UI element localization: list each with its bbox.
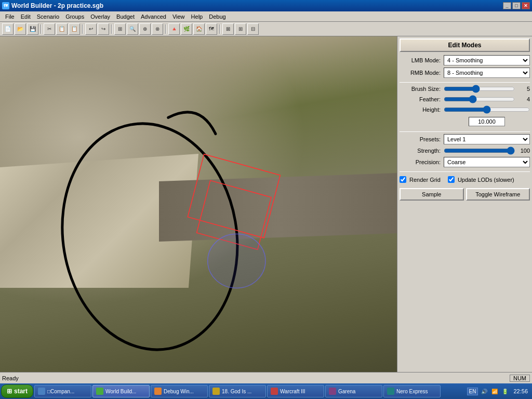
render-grid-label: Render Grid [409,177,441,183]
rmb-mode-control: 6 - Raise/Lower 7 - Flatten 8 - Smoothin… [444,68,530,78]
taskbar-item-garena[interactable]: Garena [325,385,382,397]
tb-save[interactable]: 💾 [27,23,38,35]
titlebar-title: World Builder - 2p practice.sgb [11,2,103,9]
viewport[interactable] [0,36,397,372]
menu-budget[interactable]: Budget [113,12,138,21]
tb-doodad[interactable]: 🌿 [181,23,192,35]
tray-icon-2: 📶 [490,387,499,395]
panel-title: Edit Modes [400,38,530,52]
tb-unit[interactable]: 🏠 [193,23,205,35]
statusbar: Ready NUM [0,372,532,383]
menu-help[interactable]: Help [188,12,206,21]
menu-file[interactable]: File [2,12,18,21]
titlebar: 🗺 World Builder - 2p practice.sgb _ □ ✕ [0,0,532,11]
feather-slider[interactable] [444,95,515,103]
tb-extra3[interactable]: ⊟ [247,23,259,35]
height-slider[interactable] [444,105,530,114]
lmb-mode-control: 1 - Raise/Lower 2 - Flatten 3 - Noise 4 … [444,55,530,65]
taskbar-item-godis[interactable]: 18. God Is ... [209,385,266,397]
presets-select[interactable]: Level 1 Level 2 Level 3 Custom [444,134,530,144]
presets-row: Presets: Level 1 Level 2 Level 3 Custom [400,134,530,144]
precision-select[interactable]: Coarse Fine Very Fine [444,157,530,167]
taskbar-label-nero: Nero Express [396,389,428,394]
brush-size-row: Brush Size: 5 [400,85,530,93]
viewport-canvas [0,36,397,372]
close-button[interactable]: ✕ [522,2,530,9]
num-indicator: NUM [510,375,530,382]
tb-cut[interactable]: ✂ [44,23,55,35]
height-row: Height: [400,105,530,114]
tb-redo[interactable]: ↪ [98,23,109,35]
tb-remove[interactable]: ⊗ [152,23,163,35]
taskbar-label-warcraft: Warcraft III [280,389,305,394]
lmb-mode-select[interactable]: 1 - Raise/Lower 2 - Flatten 3 - Noise 4 … [444,55,530,65]
right-panel: Edit Modes LMB Mode: 1 - Raise/Lower 2 -… [397,36,532,372]
menu-edit[interactable]: Edit [18,12,34,21]
divider-3 [400,171,530,172]
taskbar-item-warcraft[interactable]: Warcraft III [267,385,324,397]
tb-extra1[interactable]: ⊠ [222,23,234,35]
checkbox-row: Render Grid Update LODs (slower) [400,176,530,183]
update-lods-label: Update LODs (slower) [458,177,514,183]
tray-icon-1: 🔊 [480,387,488,395]
brush-size-value: 5 [517,86,530,92]
taskbar-icon-worldbuild [96,388,103,395]
titlebar-left: 🗺 World Builder - 2p practice.sgb [2,2,103,9]
menu-overlay[interactable]: Overlay [87,12,113,21]
tb-zoom[interactable]: 🔍 [127,23,138,35]
tray-icon-3: 🔋 [501,387,509,395]
menubar: File Edit Scenario Groups Overlay Budget… [0,11,532,22]
menu-advanced[interactable]: Advanced [138,12,169,21]
taskbar-label-garena: Garena [338,389,355,394]
taskbar-icon-garena [329,388,336,395]
render-grid-checkbox[interactable] [400,176,406,183]
brush-size-control: 5 [444,85,530,93]
brush-size-slider[interactable] [444,85,515,93]
height-control [444,105,530,114]
tb-paste[interactable]: 📋 [69,23,80,35]
taskbar-item-companion[interactable]: □Compan... [34,385,91,397]
presets-label: Presets: [400,136,444,142]
taskbar-icon-godis [212,388,220,395]
strength-slider[interactable] [444,147,515,155]
taskbar-label-companion: □Compan... [47,389,74,394]
clock: 22:56 [513,388,528,394]
taskbar-label-godis: 18. God Is ... [222,389,251,394]
tb-new[interactable]: 📄 [2,23,14,35]
tb-map[interactable]: 🗺 [206,23,217,35]
feather-label: Feather: [400,96,444,102]
minimize-button[interactable]: _ [503,2,511,9]
rmb-mode-select[interactable]: 6 - Raise/Lower 7 - Flatten 8 - Smoothin… [444,68,530,78]
tb-open[interactable]: 📂 [15,23,26,35]
lang-button[interactable]: EN [467,388,478,395]
taskbar-item-nero[interactable]: Nero Express [383,385,441,397]
tb-sep5 [219,24,220,34]
height-input-row [444,117,530,126]
tb-extra2[interactable]: ⊞ [235,23,246,35]
maximize-button[interactable]: □ [512,2,521,9]
rmb-mode-label: RMB Mode: [400,70,444,76]
tb-terrain[interactable]: 🔺 [168,23,180,35]
strength-row: Strength: 100 [400,147,530,155]
tb-copy[interactable]: 📋 [56,23,68,35]
tb-undo[interactable]: ↩ [85,23,97,35]
height-input[interactable] [469,117,505,126]
taskbar-item-worldbuild[interactable]: World Build... [92,385,150,397]
tb-select[interactable]: ⊞ [114,23,126,35]
taskbar-icon-debug [154,388,162,395]
toggle-wireframe-button[interactable]: Toggle Wireframe [466,188,530,201]
tb-add[interactable]: ⊕ [139,23,151,35]
menu-view[interactable]: View [169,12,188,21]
menu-debug[interactable]: Debug [206,12,229,21]
lmb-mode-row: LMB Mode: 1 - Raise/Lower 2 - Flatten 3 … [400,55,530,65]
precision-row: Precision: Coarse Fine Very Fine [400,157,530,167]
update-lods-checkbox[interactable] [448,176,455,183]
start-button[interactable]: ⊞ start [1,384,33,398]
taskbar: ⊞ start □Compan... World Build... Debug … [0,383,532,399]
menu-groups[interactable]: Groups [62,12,87,21]
sample-button[interactable]: Sample [400,188,464,201]
status-text: Ready [2,375,510,381]
rmb-mode-row: RMB Mode: 6 - Raise/Lower 7 - Flatten 8 … [400,68,530,78]
taskbar-item-debug[interactable]: Debug Win... [151,385,208,397]
menu-scenario[interactable]: Scenario [34,12,62,21]
